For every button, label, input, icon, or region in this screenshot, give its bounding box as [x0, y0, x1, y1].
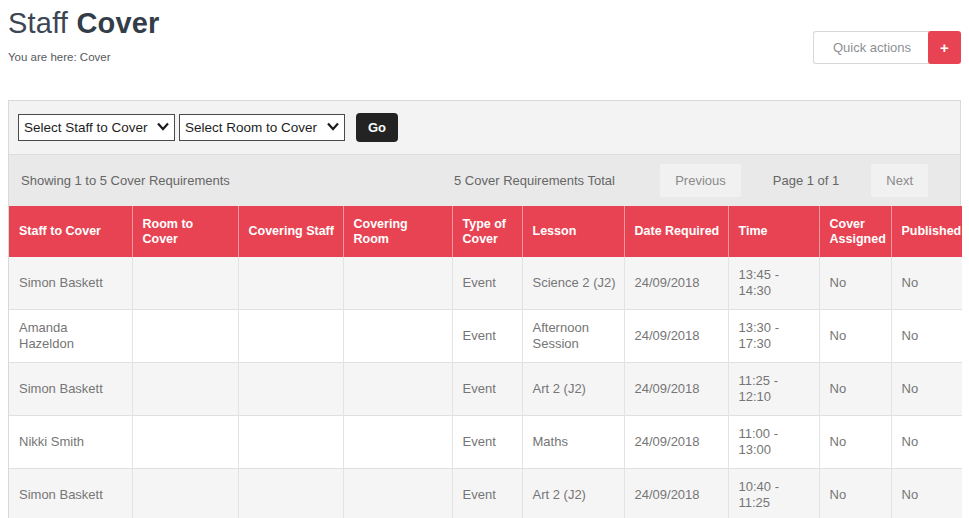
column-header: Published	[891, 206, 962, 257]
table-row[interactable]: Amanda HazeldonEventAfternoon Session24/…	[9, 310, 962, 363]
table-cell: 24/09/2018	[624, 363, 728, 416]
table-cell: Amanda Hazeldon	[9, 310, 132, 363]
quick-actions-label[interactable]: Quick actions	[813, 31, 930, 64]
table-cell: No	[891, 310, 962, 363]
cover-panel: Select Staff to Cover Select Room to Cov…	[8, 100, 961, 518]
page-title-light: Staff	[8, 7, 68, 39]
table-cell: Event	[452, 363, 522, 416]
table-cell: No	[819, 257, 891, 310]
table-cell: 11:00 - 13:00	[728, 416, 819, 469]
table-row[interactable]: Simon BaskettEventScience 2 (J2)24/09/20…	[9, 257, 962, 310]
table-cell	[132, 363, 238, 416]
table-cell: Event	[452, 416, 522, 469]
table-cell	[132, 257, 238, 310]
table-cell	[238, 469, 343, 518]
page-title-bold: Cover	[76, 7, 159, 39]
column-header: Cover Assigned	[819, 206, 891, 257]
cover-table-header-row: Staff to CoverRoom to CoverCovering Staf…	[9, 206, 962, 257]
table-cell	[238, 416, 343, 469]
filter-bar: Select Staff to Cover Select Room to Cov…	[9, 101, 960, 155]
table-cell: Simon Baskett	[9, 469, 132, 518]
table-row[interactable]: Simon BaskettEventArt 2 (J2)24/09/201810…	[9, 469, 962, 518]
table-cell	[343, 257, 452, 310]
room-select-wrap: Select Room to Cover	[179, 114, 345, 141]
column-header: Lesson	[522, 206, 624, 257]
table-cell: 10:40 - 11:25	[728, 469, 819, 518]
table-cell: Simon Baskett	[9, 363, 132, 416]
table-cell	[132, 469, 238, 518]
table-cell: No	[891, 416, 962, 469]
go-button[interactable]: Go	[356, 113, 398, 142]
quick-actions-plus-button[interactable]: +	[928, 31, 961, 64]
column-header: Covering Staff	[238, 206, 343, 257]
table-cell	[343, 363, 452, 416]
table-cell: 24/09/2018	[624, 310, 728, 363]
room-to-cover-select[interactable]: Select Room to Cover	[179, 114, 345, 141]
previous-button[interactable]: Previous	[660, 164, 741, 197]
staff-select-wrap: Select Staff to Cover	[18, 114, 175, 141]
table-cell	[343, 416, 452, 469]
table-cell: Event	[452, 469, 522, 518]
table-cell: Art 2 (J2)	[522, 363, 624, 416]
column-header: Date Required	[624, 206, 728, 257]
table-cell: Art 2 (J2)	[522, 469, 624, 518]
table-cell: Maths	[522, 416, 624, 469]
table-cell: 24/09/2018	[624, 469, 728, 518]
table-cell: Afternoon Session	[522, 310, 624, 363]
table-row[interactable]: Simon BaskettEventArt 2 (J2)24/09/201811…	[9, 363, 962, 416]
table-cell	[343, 310, 452, 363]
table-cell: Simon Baskett	[9, 257, 132, 310]
table-cell: No	[891, 257, 962, 310]
showing-text: Showing 1 to 5 Cover Requirements	[9, 173, 454, 188]
table-cell: 13:30 - 17:30	[728, 310, 819, 363]
pagination-bar-top: Showing 1 to 5 Cover Requirements 5 Cove…	[9, 155, 960, 206]
cover-table: Staff to CoverRoom to CoverCovering Staf…	[9, 206, 962, 518]
column-header: Staff to Cover	[9, 206, 132, 257]
table-cell: No	[819, 416, 891, 469]
table-cell	[238, 363, 343, 416]
table-cell: 24/09/2018	[624, 416, 728, 469]
table-cell: 24/09/2018	[624, 257, 728, 310]
table-cell	[132, 310, 238, 363]
table-cell: Event	[452, 257, 522, 310]
column-header: Time	[728, 206, 819, 257]
table-cell	[343, 469, 452, 518]
table-cell	[238, 310, 343, 363]
column-header: Room to Cover	[132, 206, 238, 257]
table-cell: No	[891, 363, 962, 416]
table-cell: No	[819, 469, 891, 518]
table-cell: Nikki Smith	[9, 416, 132, 469]
total-text: 5 Cover Requirements Total	[454, 173, 660, 188]
page-indicator: Page 1 of 1	[773, 173, 840, 188]
column-header: Type of Cover	[452, 206, 522, 257]
table-cell: Science 2 (J2)	[522, 257, 624, 310]
quick-actions-button[interactable]: Quick actions +	[813, 31, 961, 64]
cover-table-body: Simon BaskettEventScience 2 (J2)24/09/20…	[9, 257, 962, 518]
column-header: Covering Room	[343, 206, 452, 257]
table-cell: No	[819, 310, 891, 363]
table-cell	[238, 257, 343, 310]
table-cell: 13:45 - 14:30	[728, 257, 819, 310]
table-cell: 11:25 - 12:10	[728, 363, 819, 416]
table-cell	[132, 416, 238, 469]
table-cell: Event	[452, 310, 522, 363]
next-button[interactable]: Next	[871, 164, 928, 197]
table-cell: No	[891, 469, 962, 518]
table-row[interactable]: Nikki SmithEventMaths24/09/201811:00 - 1…	[9, 416, 962, 469]
plus-icon: +	[940, 39, 949, 56]
staff-to-cover-select[interactable]: Select Staff to Cover	[18, 114, 175, 141]
table-cell: No	[819, 363, 891, 416]
page-header: Staff Cover You are here: Cover Quick ac…	[0, 0, 969, 63]
